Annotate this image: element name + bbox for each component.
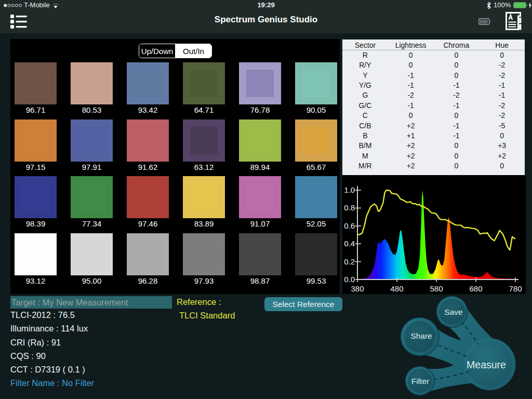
svg-text:1.0: 1.0 <box>344 185 355 194</box>
svg-text:Filter: Filter <box>411 377 429 385</box>
svg-text:Measure: Measure <box>467 359 506 370</box>
svg-text:0.6: 0.6 <box>344 221 355 230</box>
svg-text:680: 680 <box>469 284 482 293</box>
svg-text:0.8: 0.8 <box>344 203 355 212</box>
svg-text:380: 380 <box>351 284 364 293</box>
svg-text:780: 780 <box>509 284 522 293</box>
svg-text:0.4: 0.4 <box>344 239 355 248</box>
svg-text:580: 580 <box>430 284 443 293</box>
svg-text:0.2: 0.2 <box>344 257 355 266</box>
svg-text:Save: Save <box>444 308 462 316</box>
svg-text:0.0: 0.0 <box>344 275 355 284</box>
svg-text:480: 480 <box>390 284 403 293</box>
svg-text:Share: Share <box>410 331 432 340</box>
